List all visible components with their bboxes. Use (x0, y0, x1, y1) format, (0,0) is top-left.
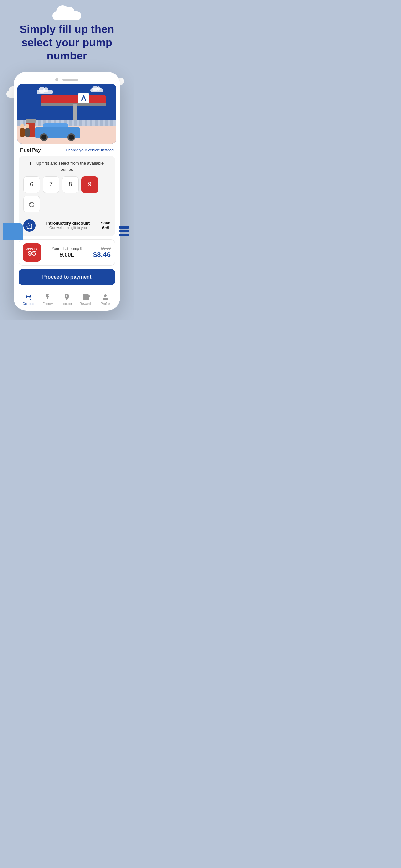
fuel-badge: AMPLIFY 95 (23, 244, 41, 261)
outside-car-decoration (3, 223, 23, 240)
canopy-support (73, 104, 77, 122)
phone-camera (55, 78, 58, 82)
car-icon (25, 293, 32, 301)
discount-banner: A Introductory discount Our welcome gift… (23, 216, 111, 231)
app-content: FuelPay Charge your vehicle instead Fill… (18, 147, 116, 307)
stripe-2 (119, 230, 129, 232)
order-pricing: $9.00 $8.46 (93, 246, 111, 259)
fuelpay-title: FuelPay (20, 147, 41, 153)
fuelpay-header: FuelPay Charge your vehicle instead (19, 147, 115, 153)
pump-btn-8[interactable]: 8 (62, 176, 79, 193)
order-volume: 9.00L (45, 252, 89, 258)
fillup-instruction: Fill up first and select from the availa… (23, 160, 111, 172)
cloud-top (52, 11, 81, 20)
order-original-price: $9.00 (93, 246, 111, 251)
pump-buttons: 6 7 8 9 (23, 176, 111, 213)
fuel-grade-number: 95 (28, 250, 36, 257)
station-logo (79, 93, 89, 103)
phone-top-bar (18, 78, 116, 82)
pump-btn-6[interactable]: 6 (23, 176, 40, 193)
locator-icon (63, 293, 71, 301)
pump-btn-9[interactable]: 9 (81, 176, 98, 193)
pump-btn-7[interactable]: 7 (42, 176, 59, 193)
fuel-pump-top (26, 119, 35, 123)
discount-text: Introductory discount Our welcome gift t… (39, 221, 97, 229)
nav-label-on-road: On road (23, 302, 34, 306)
nav-item-locator[interactable]: Locator (57, 293, 76, 306)
nav-label-profile: Profile (101, 302, 110, 306)
nav-item-profile[interactable]: Profile (96, 293, 115, 306)
person-1 (20, 128, 25, 136)
illus-cloud-1 (37, 90, 53, 94)
bottom-nav: On road Energy (19, 290, 115, 307)
order-final-price: $8.46 (93, 251, 111, 259)
charge-vehicle-link[interactable]: Charge your vehicle instead (66, 148, 114, 152)
station-illustration (18, 84, 116, 144)
station-canopy (41, 95, 105, 104)
illus-cloud-2 (90, 89, 103, 92)
order-pump-label: Your fill at pump 9 (45, 246, 89, 251)
profile-icon (101, 293, 109, 301)
nav-label-locator: Locator (61, 302, 72, 306)
discount-save-amount: Save 6c/L (101, 221, 111, 230)
fillup-card: Fill up first and select from the availa… (19, 156, 115, 236)
rewards-icon (82, 293, 90, 301)
phone-mockup: FuelPay Charge your vehicle instead Fill… (13, 72, 120, 310)
nav-label-energy: Energy (42, 302, 53, 306)
nav-item-energy[interactable]: Energy (38, 293, 58, 306)
stripe-1 (119, 226, 129, 228)
order-card: AMPLIFY 95 Your fill at pump 9 9.00L $9.… (19, 239, 115, 266)
nav-item-on-road[interactable]: On road (19, 293, 38, 306)
energy-icon (43, 293, 51, 301)
discount-title: Introductory discount (39, 221, 97, 226)
stripe-3 (119, 234, 129, 237)
discount-icon: A (23, 219, 35, 231)
person-2 (25, 128, 30, 136)
nav-item-rewards[interactable]: Rewards (76, 293, 96, 306)
svg-text:A: A (29, 224, 30, 227)
discount-subtitle: Our welcome gift to you (39, 226, 97, 229)
sky-section: Simply fill up then select your pump num… (0, 0, 134, 320)
order-details: Your fill at pump 9 9.00L (45, 246, 89, 258)
blue-stripes-decoration (119, 226, 129, 237)
phone-wrapper: FuelPay Charge your vehicle instead Fill… (6, 72, 127, 310)
phone-speaker (62, 79, 79, 81)
pump-btn-refresh[interactable] (23, 196, 40, 213)
nav-label-rewards: Rewards (80, 302, 92, 306)
hero-title: Simply fill up then select your pump num… (6, 23, 127, 62)
proceed-to-payment-button[interactable]: Proceed to payment (19, 269, 115, 285)
